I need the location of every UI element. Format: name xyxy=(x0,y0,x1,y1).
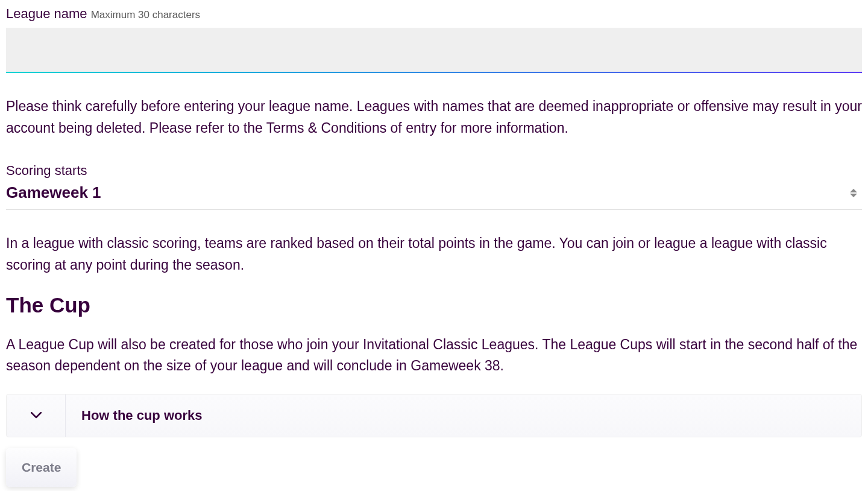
scoring-starts-value: Gameweek 1 xyxy=(6,183,101,202)
cup-description: A League Cup will also be created for th… xyxy=(6,334,862,377)
chevron-down-icon xyxy=(31,410,42,421)
cup-heading: The Cup xyxy=(6,293,862,317)
accordion-icon-box xyxy=(7,394,66,437)
scoring-description: In a league with classic scoring, teams … xyxy=(6,233,862,276)
league-name-label-text: League name xyxy=(6,6,87,21)
sort-arrows-icon xyxy=(850,189,857,197)
league-name-input[interactable] xyxy=(6,28,862,73)
create-button[interactable]: Create xyxy=(6,448,77,487)
scoring-starts-select[interactable]: Gameweek 1 xyxy=(6,183,862,210)
league-name-hint: Maximum 30 characters xyxy=(91,9,200,21)
accordion-title: How the cup works xyxy=(66,408,202,423)
league-name-warning: Please think carefully before entering y… xyxy=(6,96,862,139)
how-cup-works-accordion[interactable]: How the cup works xyxy=(6,394,862,437)
scoring-starts-label: Scoring starts xyxy=(6,163,862,179)
league-name-label: League name Maximum 30 characters xyxy=(6,6,862,22)
